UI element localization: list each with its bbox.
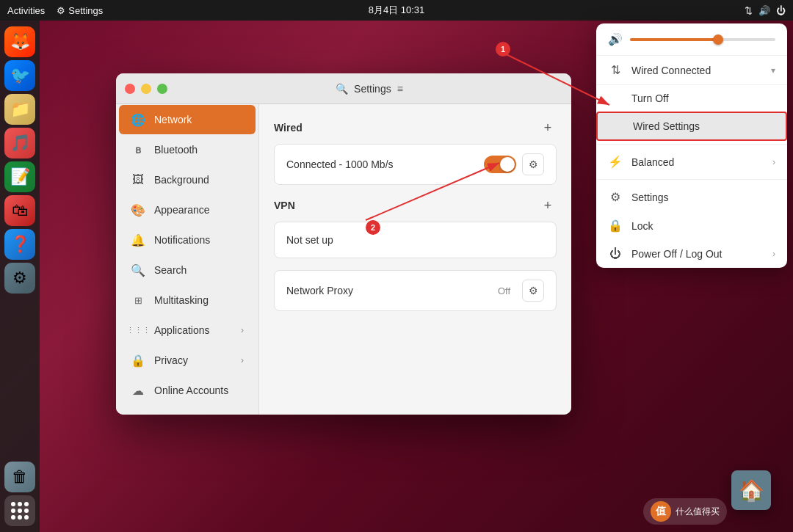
wired-toggle[interactable] [484,156,516,173]
wired-settings-item[interactable]: Wired Settings [596,112,787,141]
power-off-item[interactable]: ⏻ Power Off / Log Out › [596,240,787,268]
taskbar-right: ⇅ 🔊 ⏻ [745,5,786,16]
vpn-section-title: VPN [274,200,295,211]
privacy-arrow-icon: › [241,355,244,365]
wired-connected-row[interactable]: ⇅ Wired Connected ▾ [596,56,787,85]
wired-status-label: Connected - 1000 Mb/s [286,158,484,170]
show-apps-button[interactable] [4,495,35,526]
sidebar-search-label: Search [154,264,187,276]
sidebar-multitasking-label: Multitasking [154,294,209,306]
dock-trash[interactable]: 🗑 [4,462,35,492]
annotation-circle-1: 1 [496,42,510,57]
wired-section-header: Wired + [274,119,557,136]
sidebar-item-sharing[interactable]: ↗ Sharing [119,406,256,415]
sidebar-item-notifications[interactable]: 🔔 Notifications [119,225,256,255]
network-tray-icon[interactable]: ⇅ [745,5,753,16]
settings-content: Wired + Connected - 1000 Mb/s ⚙ VPN + [259,104,571,415]
sharing-icon: ↗ [131,413,145,415]
proxy-gear-button[interactable]: ⚙ [522,280,544,302]
sidebar-item-multitasking[interactable]: ⊞ Multitasking [119,285,256,315]
menu-divider-2 [596,179,787,180]
sidebar-network-label: Network [154,114,192,125]
file-manager-icon[interactable]: 🏠 [731,470,771,510]
title-menu-icon[interactable]: ≡ [397,83,403,95]
network-icon: 🌐 [131,112,145,127]
multitasking-icon: ⊞ [131,293,145,307]
audio-tray-icon[interactable]: 🔊 [758,5,770,16]
dock-settings[interactable]: ⚙ [4,263,35,294]
volume-icon: 🔊 [608,32,623,46]
power-tray-icon[interactable]: ⏻ [776,5,786,16]
window-controls: × – □ [125,84,167,94]
sidebar-privacy-label: Privacy [154,354,188,366]
dock-firefox[interactable]: 🦊 [4,26,35,57]
dock-help[interactable]: ❓ [4,229,35,260]
sidebar-item-network[interactable]: 🌐 Network [119,105,256,134]
sidebar-notifications-label: Notifications [154,234,210,246]
lock-item[interactable]: 🔒 Lock [596,211,787,240]
dock: 🦊 🐦 📁 🎵 📝 🛍 ❓ ⚙ 🗑 [0,21,40,532]
turn-off-item[interactable]: Turn Off [596,85,787,112]
settings-window: × – □ 🔍 Settings ≡ 🌐 Network ʙ Bluetooth… [116,73,571,415]
sidebar-applications-label: Applications [154,324,210,336]
toggle-knob [500,157,515,172]
title-search-icon[interactable]: 🔍 [336,83,348,95]
wired-gear-button[interactable]: ⚙ [522,153,544,175]
system-menu: 🔊 ⇅ Wired Connected ▾ Turn Off Wired Set… [596,23,787,268]
dock-thunderbird[interactable]: 🐦 [4,60,35,91]
vpn-status-label: Not set up [286,234,544,246]
power-icon: ⏻ [608,247,623,260]
settings-item[interactable]: ⚙ Settings [596,183,787,211]
volume-knob [713,34,723,45]
window-title-area: 🔍 Settings ≡ [176,83,562,95]
window-titlebar: × – □ 🔍 Settings ≡ [116,73,571,104]
wired-connection-row: Connected - 1000 Mb/s ⚙ [275,145,556,184]
sidebar-item-appearance[interactable]: 🎨 Appearance [119,195,256,225]
vpn-card: Not set up [274,222,557,258]
taskbar: Activities ⚙ Settings 8月4日 10:31 ⇅ 🔊 ⏻ [0,0,793,21]
volume-slider[interactable] [630,38,775,41]
balanced-item[interactable]: ⚡ Balanced › [596,147,787,176]
settings-menu-icon: ⚙ [608,190,623,204]
wired-add-button[interactable]: + [539,119,557,136]
settings-label: Settings [68,5,103,16]
window-minimize-button[interactable]: – [141,84,151,94]
vpn-add-button[interactable]: + [539,197,557,214]
apps-grid-icon [11,502,29,520]
bluetooth-icon: ʙ [131,142,145,157]
dock-rhythmbox[interactable]: 🎵 [4,128,35,158]
sidebar-item-applications[interactable]: ⋮⋮⋮ Applications › [119,316,256,345]
sidebar-item-privacy[interactable]: 🔒 Privacy › [119,346,256,375]
sidebar-online-accounts-label: Online Accounts [154,385,228,396]
vpn-section-header: VPN + [274,197,557,214]
sidebar-item-online-accounts[interactable]: ☁ Online Accounts [119,376,256,405]
network-proxy-card: Network Proxy Off ⚙ [274,270,557,311]
window-close-button[interactable]: × [125,84,135,94]
wired-card: Connected - 1000 Mb/s ⚙ [274,144,557,185]
balanced-icon: ⚡ [608,155,623,169]
privacy-icon: 🔒 [131,353,145,368]
sidebar-item-bluetooth[interactable]: ʙ Bluetooth [119,135,256,164]
appearance-icon: 🎨 [131,203,145,217]
sidebar-item-background[interactable]: 🖼 Background [119,165,256,194]
taskbar-left: Activities ⚙ Settings [7,5,103,16]
balanced-label: Balanced [631,156,764,168]
balanced-arrow-icon: › [772,157,775,167]
dock-libreoffice[interactable]: 📝 [4,161,35,192]
lock-icon: 🔒 [608,219,623,233]
vpn-status-row: Not set up [275,222,556,258]
menu-divider-1 [596,144,787,145]
window-maximize-button[interactable]: □ [157,84,167,94]
sidebar-item-search[interactable]: 🔍 Search [119,255,256,285]
network-proxy-row[interactable]: Network Proxy Off ⚙ [275,271,556,310]
volume-fill [630,38,717,41]
sidebar-appearance-label: Appearance [154,204,210,216]
dock-files[interactable]: 📁 [4,94,35,125]
settings-indicator: ⚙ Settings [57,5,103,16]
taskbar-datetime[interactable]: 8月4日 10:31 [369,4,425,17]
search-icon: 🔍 [131,263,145,277]
activities-button[interactable]: Activities [7,5,45,16]
dock-appstore[interactable]: 🛍 [4,195,35,226]
volume-row: 🔊 [596,23,787,56]
window-body: 🌐 Network ʙ Bluetooth 🖼 Background 🎨 App… [116,104,571,415]
